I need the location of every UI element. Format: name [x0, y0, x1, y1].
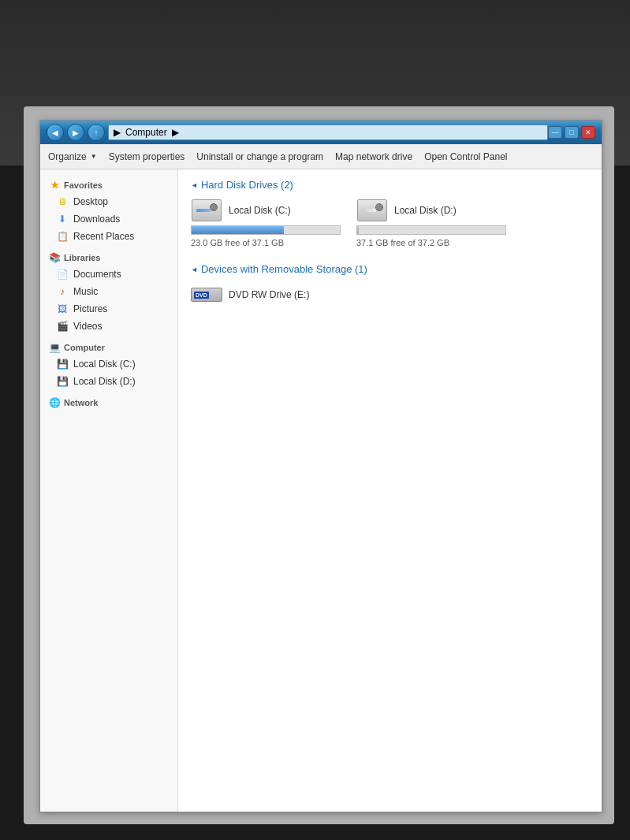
up-button[interactable]: ↑	[88, 124, 105, 141]
sidebar-item-downloads[interactable]: ⬇ Downloads	[40, 210, 177, 228]
removable-storage-section: Devices with Removable Storage (1) DVD D…	[191, 263, 589, 307]
title-bar-left: ◀ ▶ ↑ ▶ Computer ▶	[47, 124, 548, 141]
drive-d-bar	[357, 226, 359, 234]
dvd-header: DVD DVD RW Drive (E:)	[191, 283, 341, 307]
sidebar-section-computer: 💻 Computer 💾 Local Disk (C:) 💾 Local Dis…	[40, 338, 177, 390]
recent-places-icon: 📋	[56, 230, 69, 243]
close-button[interactable]: ✕	[581, 126, 595, 139]
explorer-window: ◀ ▶ ↑ ▶ Computer ▶ — □ ✕ Organize System…	[39, 120, 602, 812]
drive-c-header: Local Disk (C:)	[191, 199, 341, 222]
removable-drives-grid: DVD DVD RW Drive (E:)	[191, 283, 589, 307]
hdd-d-bar	[362, 209, 376, 212]
drive-d-item[interactable]: Local Disk (D:) 37.1 GB free of 37.2 GB	[356, 199, 506, 247]
hard-disk-section-title: Hard Disk Drives (2)	[191, 179, 589, 191]
sidebar-item-music[interactable]: ♪ Music	[40, 283, 177, 300]
drive-d-header: Local Disk (D:)	[356, 199, 506, 222]
hdd-c-bar	[196, 209, 211, 212]
address-bar[interactable]: ▶ Computer ▶	[108, 125, 548, 140]
dvd-label: DVD	[194, 292, 209, 299]
libraries-icon: 📚	[48, 251, 61, 264]
sidebar-section-libraries: 📚 Libraries 📄 Documents ♪ Music 🖼 Pictur…	[40, 248, 177, 335]
hard-disk-drives-grid: Local Disk (C:) 23.0 GB free of 37.1 GB	[191, 199, 589, 247]
sidebar: ★ Favorites 🖥 Desktop ⬇ Downloads 📋 Rece…	[40, 169, 178, 812]
system-properties-button[interactable]: System properties	[109, 151, 185, 162]
pictures-icon: 🖼	[56, 303, 69, 315]
drive-d-info: 37.1 GB free of 37.2 GB	[356, 238, 506, 247]
documents-icon: 📄	[56, 268, 69, 281]
sidebar-item-local-disk-c[interactable]: 💾 Local Disk (C:)	[40, 355, 177, 373]
title-bar: ◀ ▶ ↑ ▶ Computer ▶ — □ ✕	[40, 121, 602, 144]
drive-c-info: 23.0 GB free of 37.1 GB	[191, 238, 341, 247]
sidebar-header-network: 🌐 Network	[40, 393, 177, 411]
forward-button[interactable]: ▶	[67, 124, 84, 141]
dvd-drive-name: DVD RW Drive (E:)	[229, 289, 309, 300]
drive-c-item[interactable]: Local Disk (C:) 23.0 GB free of 37.1 GB	[191, 199, 341, 247]
window-controls: — □ ✕	[548, 126, 595, 139]
toolbar: Organize System properties Uninstall or …	[40, 144, 602, 169]
network-icon: 🌐	[48, 396, 61, 409]
drive-d-bar-container	[356, 225, 506, 235]
map-network-drive-button[interactable]: Map network drive	[335, 151, 412, 162]
main-panel: Hard Disk Drives (2) Local Disk (C:)	[178, 169, 602, 812]
hdd-c-graphic	[192, 199, 222, 221]
drive-d-name: Local Disk (D:)	[394, 205, 457, 216]
downloads-icon: ⬇	[56, 213, 69, 225]
sidebar-item-videos[interactable]: 🎬 Videos	[40, 318, 177, 335]
open-control-panel-button[interactable]: Open Control Panel	[424, 151, 507, 162]
address-prefix: ▶	[114, 127, 121, 138]
sidebar-section-network: 🌐 Network	[40, 393, 177, 411]
music-icon: ♪	[56, 285, 69, 298]
drive-c-name: Local Disk (C:)	[229, 205, 291, 216]
maximize-button[interactable]: □	[565, 126, 579, 139]
address-suffix: ▶	[172, 127, 179, 138]
sidebar-header-favorites: ★ Favorites	[40, 176, 177, 193]
drive-c-bar	[192, 226, 284, 234]
sidebar-item-pictures[interactable]: 🖼 Pictures	[40, 300, 177, 318]
removable-section-title: Devices with Removable Storage (1)	[191, 263, 589, 275]
address-path: Computer	[125, 127, 167, 138]
minimize-button[interactable]: —	[548, 126, 562, 139]
disk-d-icon: 💾	[56, 375, 69, 388]
sidebar-item-local-disk-d[interactable]: 💾 Local Disk (D:)	[40, 373, 177, 390]
disk-c-icon: 💾	[56, 358, 69, 370]
drive-d-icon	[356, 199, 388, 222]
dvd-tray-graphic: DVD	[191, 288, 222, 302]
drive-c-icon	[191, 199, 222, 222]
computer-icon: 💻	[48, 341, 61, 354]
videos-icon: 🎬	[56, 320, 69, 333]
desktop-icon: 🖥	[56, 195, 69, 208]
sidebar-section-favorites: ★ Favorites 🖥 Desktop ⬇ Downloads 📋 Rece…	[40, 176, 177, 245]
sidebar-header-libraries: 📚 Libraries	[40, 248, 177, 266]
organize-button[interactable]: Organize	[48, 151, 97, 162]
dvd-drive-icon: DVD	[191, 283, 222, 307]
sidebar-item-recent-places[interactable]: 📋 Recent Places	[40, 228, 177, 245]
drive-c-bar-container	[191, 225, 341, 235]
sidebar-item-documents[interactable]: 📄 Documents	[40, 266, 177, 283]
hdd-d-graphic	[357, 199, 387, 221]
back-button[interactable]: ◀	[47, 124, 64, 141]
favorites-icon: ★	[48, 179, 61, 191]
sidebar-item-desktop[interactable]: 🖥 Desktop	[40, 193, 177, 210]
dvd-drive-item[interactable]: DVD DVD RW Drive (E:)	[191, 283, 341, 307]
uninstall-button[interactable]: Uninstall or change a program	[196, 151, 323, 162]
sidebar-header-computer: 💻 Computer	[40, 338, 177, 355]
content-area: ★ Favorites 🖥 Desktop ⬇ Downloads 📋 Rece…	[40, 169, 602, 812]
